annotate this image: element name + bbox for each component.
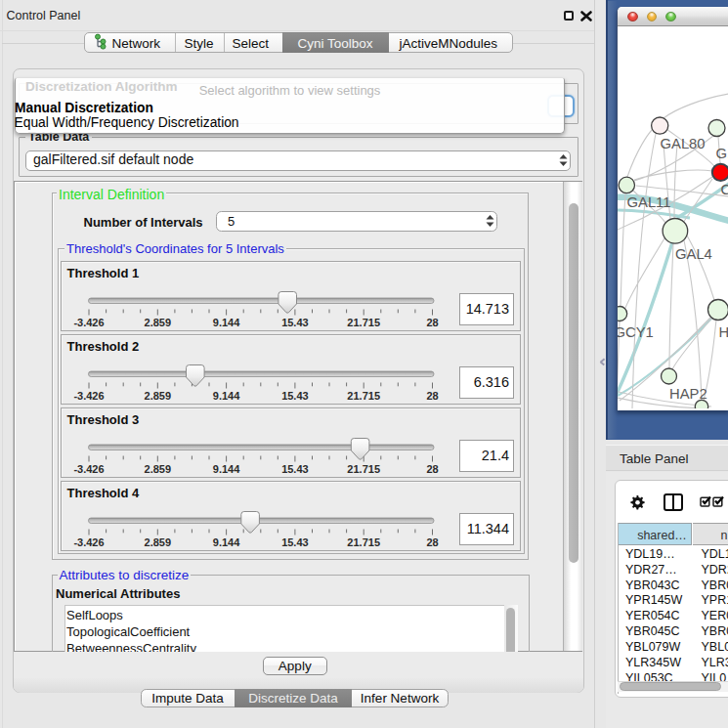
svg-text:HAP2: HAP2 [669, 386, 707, 402]
svg-text:C: C [721, 182, 728, 197]
svg-text:GAL80: GAL80 [661, 136, 706, 151]
svg-text:H: H [719, 324, 728, 340]
svg-text:G.: G. [716, 146, 728, 161]
svg-text:GCY1: GCY1 [618, 324, 654, 340]
svg-text:GAL11: GAL11 [627, 194, 671, 210]
svg-text:GAL4: GAL4 [675, 246, 712, 262]
